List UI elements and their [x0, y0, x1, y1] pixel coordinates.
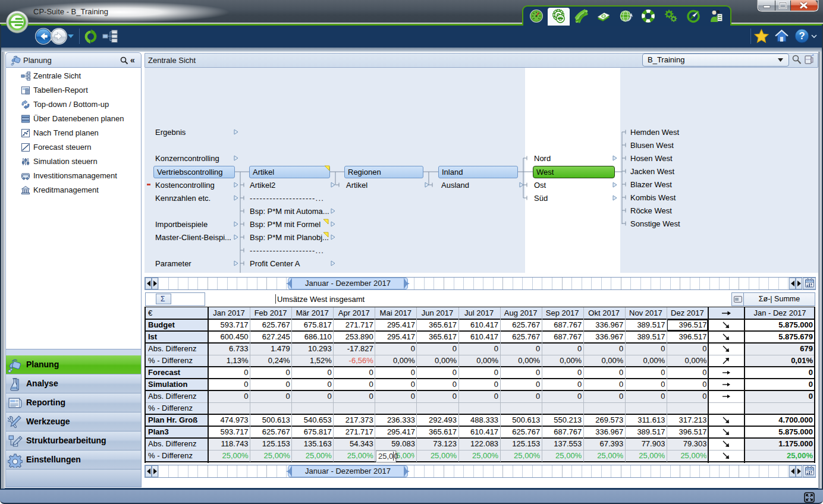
svg-text:?: ? — [799, 30, 805, 42]
